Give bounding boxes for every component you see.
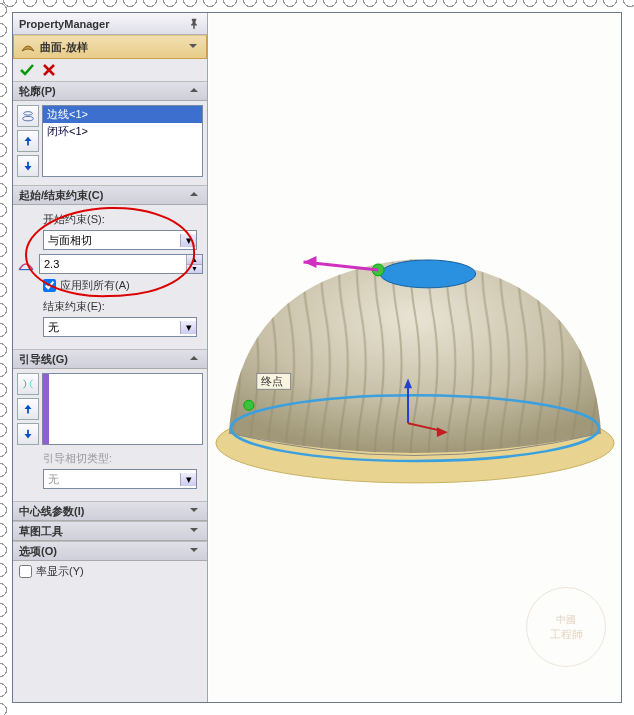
- end-constraint-label: 结束约束(E):: [43, 299, 197, 314]
- guide-title: 引导线(G): [19, 352, 68, 367]
- spin-down[interactable]: ▼: [187, 265, 202, 274]
- ok-button[interactable]: [19, 62, 35, 78]
- cancel-button[interactable]: [41, 62, 57, 78]
- profile-tool-icon[interactable]: [17, 105, 39, 127]
- watermark: 中國 工程師: [526, 587, 606, 667]
- move-up-button[interactable]: [17, 130, 39, 152]
- guide-tangent-combo: 无 ▾: [43, 469, 197, 489]
- loft-surface-icon: [20, 39, 36, 55]
- sketchtools-header[interactable]: 草图工具: [13, 521, 207, 541]
- constraints-header[interactable]: 起始/结束约束(C): [13, 185, 207, 205]
- chevron-up-icon: [189, 353, 201, 365]
- centerline-header[interactable]: 中心线参数(I): [13, 501, 207, 521]
- viewport-3d[interactable]: 终点 中國 工程師: [209, 13, 621, 702]
- curvature-checkbox[interactable]: 率显示(Y): [19, 564, 201, 579]
- apply-all-checkbox[interactable]: 应用到所有(A): [43, 278, 197, 293]
- svg-point-12: [244, 400, 254, 410]
- guide-move-down-button[interactable]: [17, 423, 39, 445]
- constraints-title: 起始/结束约束(C): [19, 188, 103, 203]
- dropdown-icon: ▾: [180, 234, 196, 247]
- guide-body: 引导相切类型: 无 ▾: [13, 369, 207, 501]
- profiles-header[interactable]: 轮廓(P): [13, 81, 207, 101]
- watermark-line1: 中國: [556, 613, 576, 627]
- svg-point-4: [380, 260, 476, 288]
- spin-up[interactable]: ▲: [187, 255, 202, 265]
- apply-all-label: 应用到所有(A): [60, 278, 130, 293]
- start-constraint-value: 与面相切: [44, 233, 180, 248]
- sketchtools-title: 草图工具: [19, 524, 63, 539]
- centerline-title: 中心线参数(I): [19, 504, 84, 519]
- tangent-length-spinner[interactable]: ▲▼: [39, 254, 203, 274]
- chevron-down-icon: [189, 545, 201, 557]
- guide-header[interactable]: 引导线(G): [13, 349, 207, 369]
- app-window: PropertyManager 曲面-放样 轮廓(P): [12, 12, 622, 703]
- chevron-down-icon: [188, 41, 200, 53]
- constraints-body: 开始约束(S): 与面相切 ▾ ▲▼ 应用到所有(A) 结束约束(E): 无: [13, 205, 207, 349]
- guide-tangent-label: 引导相切类型:: [43, 451, 197, 466]
- svg-marker-7: [304, 256, 317, 268]
- feature-name: 曲面-放样: [40, 40, 88, 55]
- options-header[interactable]: 选项(O): [13, 541, 207, 561]
- pin-button[interactable]: [187, 17, 201, 31]
- start-constraint-label: 开始约束(S):: [43, 212, 197, 227]
- chevron-down-icon: [189, 525, 201, 537]
- tangent-length-input[interactable]: [40, 255, 186, 273]
- pm-title: PropertyManager: [19, 18, 109, 30]
- curvature-body: 率显示(Y): [13, 561, 207, 582]
- profiles-body: 边线<1> 闭环<1>: [13, 101, 207, 185]
- chevron-up-icon: [189, 85, 201, 97]
- dropdown-icon: ▾: [180, 321, 196, 334]
- svg-point-1: [23, 116, 34, 120]
- move-down-button[interactable]: [17, 155, 39, 177]
- svg-point-0: [24, 112, 33, 116]
- profiles-list[interactable]: 边线<1> 闭环<1>: [42, 105, 203, 177]
- guide-tangent-value: 无: [44, 472, 180, 487]
- feature-title-bar: 曲面-放样: [13, 35, 207, 59]
- options-title: 选项(O): [19, 544, 57, 559]
- apply-all-input[interactable]: [43, 279, 56, 292]
- guide-list[interactable]: [42, 373, 203, 445]
- property-manager-panel: PropertyManager 曲面-放样 轮廓(P): [13, 13, 208, 702]
- watermark-line2: 工程師: [550, 627, 583, 642]
- start-constraint-combo[interactable]: 与面相切 ▾: [43, 230, 197, 250]
- chevron-down-icon: [189, 505, 201, 517]
- chevron-up-icon: [189, 189, 201, 201]
- guide-tool-icon[interactable]: [17, 373, 39, 395]
- list-item[interactable]: 边线<1>: [43, 106, 202, 123]
- curvature-input[interactable]: [19, 565, 32, 578]
- list-item[interactable]: 闭环<1>: [43, 123, 202, 140]
- pm-header: PropertyManager: [13, 13, 207, 35]
- callout-text: 终点: [261, 375, 283, 387]
- guide-move-up-button[interactable]: [17, 398, 39, 420]
- profiles-title: 轮廓(P): [19, 84, 56, 99]
- dropdown-icon: ▾: [180, 473, 196, 486]
- end-constraint-combo[interactable]: 无 ▾: [43, 317, 197, 337]
- end-constraint-value: 无: [44, 320, 180, 335]
- tangent-length-icon: [17, 254, 35, 274]
- curvature-label: 率显示(Y): [36, 564, 84, 579]
- confirm-bar: [13, 59, 207, 81]
